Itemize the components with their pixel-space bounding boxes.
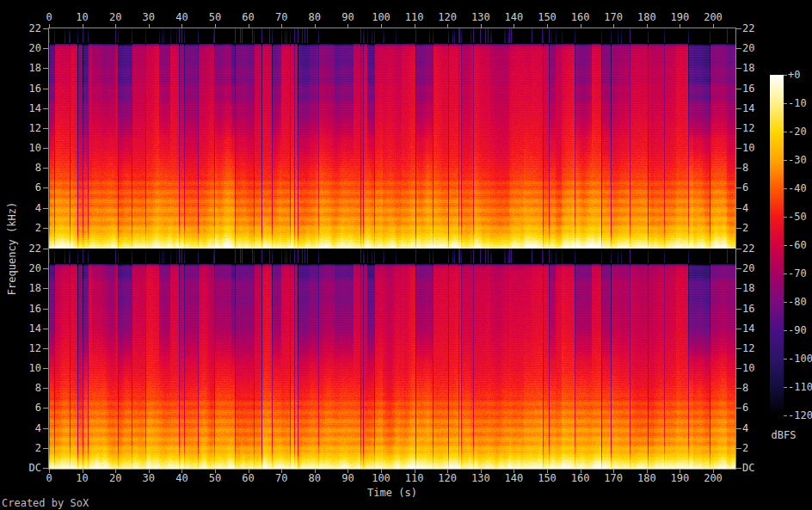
freq-tick	[736, 309, 741, 310]
freq-tick-label: 6	[742, 182, 748, 194]
freq-tick	[43, 108, 48, 109]
time-tick-label: 10	[76, 473, 88, 484]
time-tick	[613, 24, 614, 28]
time-tick-label: 80	[309, 473, 321, 484]
colorbar-tick-label: -50	[788, 212, 807, 223]
colorbar-tick	[784, 75, 787, 76]
freq-tick-label: 4	[10, 203, 41, 214]
time-tick-label: 60	[242, 12, 254, 23]
freq-tick	[43, 48, 48, 49]
freq-tick	[736, 448, 741, 449]
time-tick-label: 180	[637, 12, 656, 23]
freq-tick-label: 12	[10, 123, 41, 134]
time-tick	[415, 24, 415, 28]
time-tick-label: 60	[242, 473, 254, 484]
time-tick	[581, 24, 581, 28]
time-tick-label: 10	[76, 12, 88, 23]
freq-tick-label: 10	[742, 143, 754, 154]
freq-tick	[736, 68, 741, 69]
freq-tick-label: 18	[10, 63, 41, 74]
time-tick	[115, 24, 116, 28]
colorbar-tick-label: -70	[788, 268, 807, 280]
time-tick-label: 150	[538, 473, 557, 484]
colorbar-tick	[784, 359, 787, 359]
freq-tick-label: 20	[10, 43, 41, 54]
freq-tick	[43, 168, 48, 169]
time-tick	[49, 24, 50, 28]
freq-tick-label: 8	[10, 383, 41, 394]
freq-tick	[43, 388, 48, 389]
freq-tick-label: 18	[742, 283, 754, 294]
time-tick-label: 110	[405, 12, 424, 23]
colorbar-tick-label: +0	[788, 70, 800, 81]
freq-tick	[736, 388, 741, 389]
time-tick	[547, 24, 548, 28]
freq-tick-label: DC	[742, 463, 754, 474]
freq-tick	[736, 148, 741, 149]
freq-tick	[736, 208, 741, 209]
time-tick	[447, 24, 448, 28]
colorbar-tick	[784, 415, 787, 416]
colorbar-tick-label: -60	[788, 240, 807, 251]
freq-tick-label: 12	[742, 123, 754, 134]
freq-tick	[736, 128, 741, 129]
time-tick-label: 150	[538, 12, 557, 23]
freq-tick	[43, 128, 48, 129]
freq-tick	[736, 108, 741, 109]
freq-tick	[43, 288, 48, 289]
colorbar-tick-label: -120	[788, 410, 812, 421]
time-tick-label: 200	[704, 12, 723, 23]
sox-spectrogram-image: { "window": { "footer": "Created by SoX"…	[0, 0, 812, 510]
colorbar-tick-label: -30	[788, 155, 807, 166]
time-tick-label: 30	[143, 12, 155, 23]
freq-tick-label: 6	[742, 402, 748, 414]
freq-tick-label: 18	[742, 63, 754, 74]
freq-tick-label: 16	[742, 83, 754, 95]
freq-tick	[736, 348, 741, 349]
freq-tick-label: 8	[10, 163, 41, 174]
freq-tick	[736, 28, 741, 29]
time-tick-label: 90	[341, 12, 354, 23]
freq-tick	[736, 228, 741, 229]
freq-tick-label: 12	[742, 343, 754, 354]
freq-tick-label: 14	[10, 323, 41, 335]
time-tick-label: 20	[109, 473, 121, 484]
time-tick-label: 160	[571, 12, 590, 23]
time-tick-label: 70	[275, 12, 287, 23]
time-tick-label: 40	[175, 473, 188, 484]
freq-tick-label: 14	[742, 103, 754, 114]
freq-tick-label: 22	[742, 243, 754, 255]
freq-tick	[43, 468, 48, 469]
time-tick-label: 110	[405, 473, 424, 484]
freq-tick	[43, 187, 48, 188]
colorbar-tick-label: -10	[788, 98, 807, 109]
freq-tick	[736, 368, 741, 369]
freq-tick	[43, 329, 48, 329]
freq-tick-label: 2	[10, 223, 41, 234]
freq-tick-label: 4	[742, 203, 748, 214]
freq-tick	[43, 348, 48, 349]
freq-tick	[736, 329, 741, 329]
time-tick-label: 100	[372, 473, 391, 484]
freq-tick	[736, 89, 741, 89]
time-tick-label: 160	[571, 473, 590, 484]
time-tick	[647, 24, 648, 28]
freq-tick	[43, 408, 48, 409]
time-tick-label: 0	[46, 473, 52, 484]
freq-tick	[43, 448, 48, 449]
time-tick	[83, 24, 83, 28]
freq-tick	[43, 368, 48, 369]
colorbar-tick	[784, 330, 787, 331]
colorbar-tick	[784, 188, 787, 189]
freq-tick-label: 2	[742, 443, 748, 454]
freq-tick	[43, 148, 48, 149]
freq-tick-label: 18	[10, 283, 41, 294]
freq-tick	[43, 268, 48, 269]
time-tick	[149, 24, 150, 28]
freq-tick-label: DC	[10, 463, 41, 474]
time-tick-label: 50	[209, 12, 221, 23]
freq-tick	[736, 468, 741, 469]
freq-tick	[736, 408, 741, 409]
time-tick	[713, 24, 714, 28]
freq-tick-label: 8	[742, 163, 748, 174]
